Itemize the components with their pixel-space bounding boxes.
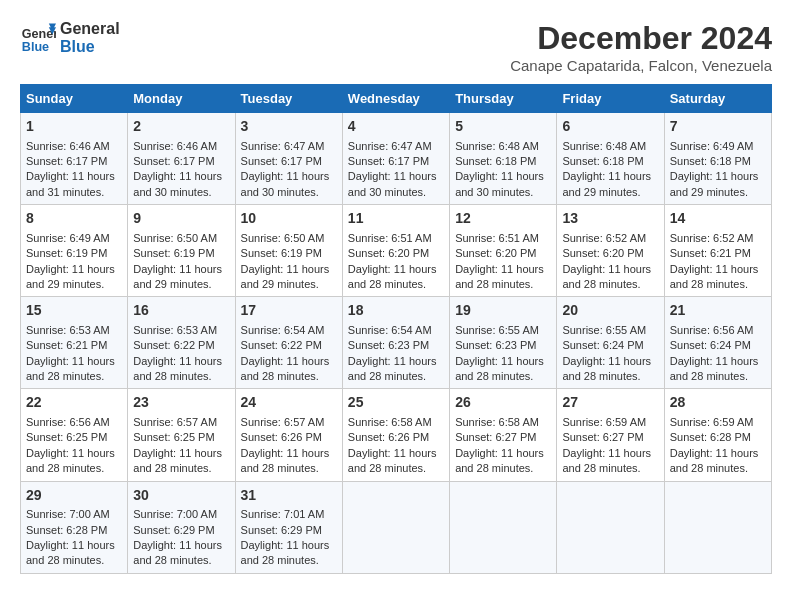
daylight-minutes: and 28 minutes. <box>133 554 211 566</box>
daylight-label: Daylight: 11 hours <box>348 170 437 182</box>
page-subtitle: Canape Capatarida, Falcon, Venezuela <box>510 57 772 74</box>
day-cell-7: 7Sunrise: 6:49 AMSunset: 6:18 PMDaylight… <box>664 113 771 205</box>
daylight-label: Daylight: 11 hours <box>670 263 759 275</box>
sunrise-label: Sunrise: 6:56 AM <box>670 324 754 336</box>
day-cell-9: 9Sunrise: 6:50 AMSunset: 6:19 PMDaylight… <box>128 205 235 297</box>
daylight-label: Daylight: 11 hours <box>455 355 544 367</box>
day-number: 14 <box>670 209 766 229</box>
daylight-minutes: and 28 minutes. <box>133 462 211 474</box>
sunset-label: Sunset: 6:18 PM <box>562 155 643 167</box>
sunrise-label: Sunrise: 6:50 AM <box>241 232 325 244</box>
daylight-label: Daylight: 11 hours <box>241 539 330 551</box>
daylight-minutes: and 28 minutes. <box>455 278 533 290</box>
daylight-label: Daylight: 11 hours <box>241 263 330 275</box>
page-title: December 2024 <box>510 20 772 57</box>
sunrise-label: Sunrise: 6:50 AM <box>133 232 217 244</box>
sunrise-label: Sunrise: 6:55 AM <box>562 324 646 336</box>
day-cell-1: 1Sunrise: 6:46 AMSunset: 6:17 PMDaylight… <box>21 113 128 205</box>
day-cell-5: 5Sunrise: 6:48 AMSunset: 6:18 PMDaylight… <box>450 113 557 205</box>
day-cell-12: 12Sunrise: 6:51 AMSunset: 6:20 PMDayligh… <box>450 205 557 297</box>
sunset-label: Sunset: 6:19 PM <box>26 247 107 259</box>
day-cell-13: 13Sunrise: 6:52 AMSunset: 6:20 PMDayligh… <box>557 205 664 297</box>
sunrise-label: Sunrise: 6:51 AM <box>348 232 432 244</box>
daylight-minutes: and 31 minutes. <box>26 186 104 198</box>
sunrise-label: Sunrise: 6:46 AM <box>26 140 110 152</box>
daylight-label: Daylight: 11 hours <box>348 355 437 367</box>
empty-cell <box>450 481 557 573</box>
sunrise-label: Sunrise: 6:56 AM <box>26 416 110 428</box>
empty-cell <box>557 481 664 573</box>
sunrise-label: Sunrise: 6:58 AM <box>348 416 432 428</box>
day-cell-10: 10Sunrise: 6:50 AMSunset: 6:19 PMDayligh… <box>235 205 342 297</box>
day-number: 25 <box>348 393 444 413</box>
day-cell-19: 19Sunrise: 6:55 AMSunset: 6:23 PMDayligh… <box>450 297 557 389</box>
daylight-minutes: and 30 minutes. <box>348 186 426 198</box>
daylight-minutes: and 30 minutes. <box>241 186 319 198</box>
daylight-minutes: and 28 minutes. <box>26 554 104 566</box>
day-number: 28 <box>670 393 766 413</box>
daylight-label: Daylight: 11 hours <box>133 355 222 367</box>
daylight-minutes: and 28 minutes. <box>133 370 211 382</box>
daylight-label: Daylight: 11 hours <box>670 170 759 182</box>
day-cell-25: 25Sunrise: 6:58 AMSunset: 6:26 PMDayligh… <box>342 389 449 481</box>
day-number: 1 <box>26 117 122 137</box>
sunset-label: Sunset: 6:27 PM <box>455 431 536 443</box>
daylight-label: Daylight: 11 hours <box>133 263 222 275</box>
daylight-minutes: and 29 minutes. <box>133 278 211 290</box>
sunset-label: Sunset: 6:17 PM <box>133 155 214 167</box>
day-cell-21: 21Sunrise: 6:56 AMSunset: 6:24 PMDayligh… <box>664 297 771 389</box>
sunset-label: Sunset: 6:28 PM <box>670 431 751 443</box>
daylight-label: Daylight: 11 hours <box>348 447 437 459</box>
header-wednesday: Wednesday <box>342 85 449 113</box>
calendar-week-3: 15Sunrise: 6:53 AMSunset: 6:21 PMDayligh… <box>21 297 772 389</box>
sunrise-label: Sunrise: 6:59 AM <box>562 416 646 428</box>
daylight-minutes: and 28 minutes. <box>455 370 533 382</box>
daylight-label: Daylight: 11 hours <box>241 447 330 459</box>
day-number: 29 <box>26 486 122 506</box>
sunset-label: Sunset: 6:21 PM <box>670 247 751 259</box>
daylight-label: Daylight: 11 hours <box>26 539 115 551</box>
sunset-label: Sunset: 6:22 PM <box>133 339 214 351</box>
empty-cell <box>342 481 449 573</box>
day-number: 2 <box>133 117 229 137</box>
sunset-label: Sunset: 6:17 PM <box>241 155 322 167</box>
daylight-minutes: and 28 minutes. <box>455 462 533 474</box>
daylight-label: Daylight: 11 hours <box>455 447 544 459</box>
sunset-label: Sunset: 6:18 PM <box>455 155 536 167</box>
sunset-label: Sunset: 6:27 PM <box>562 431 643 443</box>
daylight-minutes: and 30 minutes. <box>455 186 533 198</box>
daylight-label: Daylight: 11 hours <box>26 355 115 367</box>
sunset-label: Sunset: 6:24 PM <box>562 339 643 351</box>
daylight-label: Daylight: 11 hours <box>562 263 651 275</box>
logo: General Blue General Blue <box>20 20 120 56</box>
sunset-label: Sunset: 6:25 PM <box>133 431 214 443</box>
daylight-label: Daylight: 11 hours <box>133 539 222 551</box>
day-cell-3: 3Sunrise: 6:47 AMSunset: 6:17 PMDaylight… <box>235 113 342 205</box>
day-number: 18 <box>348 301 444 321</box>
day-cell-20: 20Sunrise: 6:55 AMSunset: 6:24 PMDayligh… <box>557 297 664 389</box>
daylight-minutes: and 28 minutes. <box>670 278 748 290</box>
daylight-label: Daylight: 11 hours <box>26 170 115 182</box>
sunset-label: Sunset: 6:26 PM <box>241 431 322 443</box>
header-tuesday: Tuesday <box>235 85 342 113</box>
day-number: 15 <box>26 301 122 321</box>
daylight-minutes: and 28 minutes. <box>348 278 426 290</box>
sunrise-label: Sunrise: 7:01 AM <box>241 508 325 520</box>
daylight-label: Daylight: 11 hours <box>348 263 437 275</box>
sunset-label: Sunset: 6:18 PM <box>670 155 751 167</box>
daylight-minutes: and 29 minutes. <box>670 186 748 198</box>
sunset-label: Sunset: 6:26 PM <box>348 431 429 443</box>
title-block: December 2024 Canape Capatarida, Falcon,… <box>510 20 772 74</box>
day-cell-4: 4Sunrise: 6:47 AMSunset: 6:17 PMDaylight… <box>342 113 449 205</box>
calendar-table: Sunday Monday Tuesday Wednesday Thursday… <box>20 84 772 574</box>
day-number: 12 <box>455 209 551 229</box>
daylight-minutes: and 30 minutes. <box>133 186 211 198</box>
header-saturday: Saturday <box>664 85 771 113</box>
header-friday: Friday <box>557 85 664 113</box>
sunrise-label: Sunrise: 6:48 AM <box>562 140 646 152</box>
daylight-minutes: and 28 minutes. <box>241 554 319 566</box>
sunrise-label: Sunrise: 6:46 AM <box>133 140 217 152</box>
daylight-label: Daylight: 11 hours <box>670 447 759 459</box>
day-number: 17 <box>241 301 337 321</box>
sunrise-label: Sunrise: 6:58 AM <box>455 416 539 428</box>
